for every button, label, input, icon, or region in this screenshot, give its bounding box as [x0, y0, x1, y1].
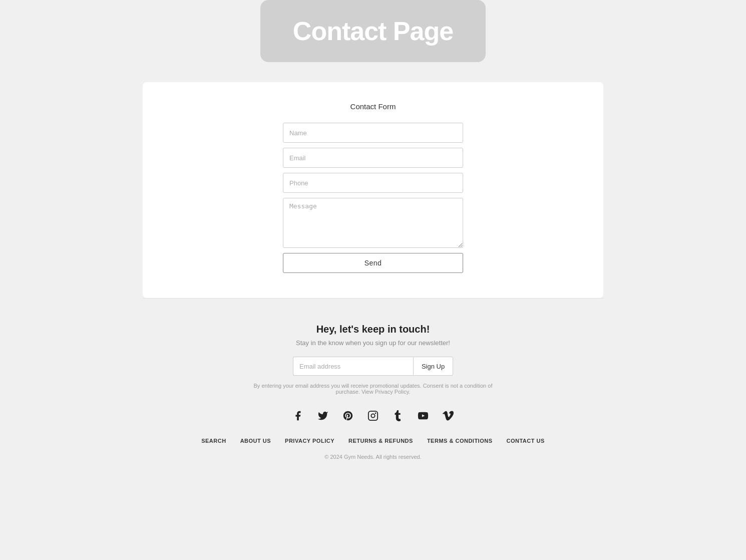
message-textarea[interactable] — [283, 198, 463, 248]
name-input[interactable] — [283, 123, 463, 143]
newsletter-form: Sign Up — [293, 357, 453, 376]
privacy-policy-link[interactable]: PRIVACY POLICY — [285, 438, 334, 444]
newsletter-email-input[interactable] — [293, 357, 413, 376]
instagram-icon[interactable] — [366, 409, 380, 423]
facebook-icon[interactable] — [291, 409, 305, 423]
social-links — [291, 409, 455, 423]
contact-form: Send — [153, 123, 593, 273]
pinterest-icon[interactable] — [341, 409, 355, 423]
hero-section: Contact Page — [260, 0, 486, 62]
search-link[interactable]: SEARCH — [201, 438, 226, 444]
page-title: Contact Page — [293, 16, 453, 46]
main-card: Contact Form Send — [143, 82, 603, 298]
returns-refunds-link[interactable]: RETURNS & REFUNDS — [348, 438, 413, 444]
email-input[interactable] — [283, 148, 463, 168]
footer-nav: SEARCH ABOUT US PRIVACY POLICY RETURNS &… — [201, 438, 545, 444]
svg-rect-0 — [368, 411, 378, 420]
form-section-title: Contact Form — [153, 102, 593, 111]
privacy-note: By entering your email address you will … — [248, 383, 498, 395]
terms-conditions-link[interactable]: TERMS & CONDITIONS — [427, 438, 493, 444]
svg-point-2 — [375, 413, 377, 414]
newsletter-subtitle: Stay in the know when you sign up for ou… — [296, 339, 450, 347]
newsletter-title: Hey, let's keep in touch! — [316, 324, 430, 335]
phone-input[interactable] — [283, 173, 463, 193]
signup-button[interactable]: Sign Up — [413, 357, 453, 376]
contact-us-link[interactable]: CONTACT US — [507, 438, 545, 444]
send-button[interactable]: Send — [283, 253, 463, 273]
about-us-link[interactable]: ABOUT US — [240, 438, 271, 444]
copyright-text: © 2024 Gym Needs. All rights reserved. — [324, 454, 421, 460]
youtube-icon[interactable] — [416, 409, 430, 423]
svg-point-1 — [371, 414, 375, 417]
twitter-icon[interactable] — [316, 409, 330, 423]
tumblr-icon[interactable] — [391, 409, 405, 423]
vimeo-icon[interactable] — [441, 409, 455, 423]
footer-section: Hey, let's keep in touch! Stay in the kn… — [143, 298, 603, 475]
